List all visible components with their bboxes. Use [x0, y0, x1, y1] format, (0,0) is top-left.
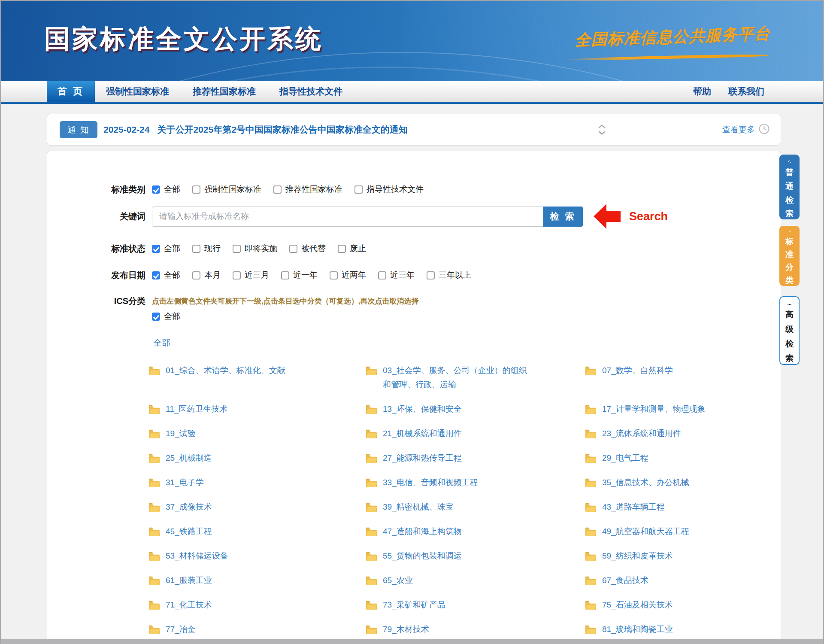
- ics-category-item[interactable]: 55_货物的包装和调运: [366, 549, 585, 563]
- ics-category-item[interactable]: 49_航空器和航天器工程: [585, 524, 768, 538]
- ics-category-item[interactable]: 19_试验: [148, 426, 366, 440]
- checkbox-option[interactable]: 全部: [152, 184, 180, 195]
- ics-category-item[interactable]: 31_电子学: [148, 475, 366, 489]
- ics-category-item[interactable]: 81_玻璃和陶瓷工业: [585, 622, 768, 636]
- ics-category-item[interactable]: 01_综合、术语学、标准化、文献: [148, 363, 366, 392]
- checkbox-option[interactable]: 全部: [152, 311, 180, 322]
- checkbox-option[interactable]: 本月: [192, 270, 221, 281]
- checkbox-option[interactable]: 废止: [338, 243, 366, 254]
- ics-category-item[interactable]: 39_精密机械、珠宝: [366, 500, 585, 514]
- ics-category-link[interactable]: 13_环保、保健和安全: [383, 402, 462, 416]
- ics-category-link[interactable]: 23_流体系统和通用件: [602, 426, 681, 440]
- ics-category-link[interactable]: 65_农业: [383, 573, 413, 587]
- ics-category-link[interactable]: 67_食品技术: [602, 573, 648, 587]
- checkbox-checked[interactable]: [152, 185, 160, 194]
- chevron-up-icon[interactable]: [598, 125, 606, 129]
- checkbox-unchecked[interactable]: [192, 271, 200, 279]
- checkbox-option[interactable]: 近三月: [233, 270, 269, 281]
- ics-category-item[interactable]: 11_医药卫生技术: [148, 402, 366, 416]
- ics-category-item[interactable]: 61_服装工业: [148, 573, 366, 587]
- checkbox-option[interactable]: 全部: [152, 243, 180, 254]
- checkbox-unchecked[interactable]: [378, 271, 386, 279]
- ics-category-link[interactable]: 71_化工技术: [166, 598, 212, 612]
- ics-category-link[interactable]: 31_电子学: [166, 475, 204, 489]
- nav-tab[interactable]: 首 页: [47, 81, 95, 102]
- ics-category-item[interactable]: 71_化工技术: [148, 598, 366, 612]
- ics-category-link[interactable]: 79_木材技术: [383, 622, 429, 636]
- ics-category-item[interactable]: 27_能源和热传导工程: [366, 451, 585, 465]
- ics-category-link[interactable]: 07_数学、自然科学: [602, 363, 673, 377]
- ics-category-item[interactable]: 77_冶金: [148, 622, 366, 636]
- view-more-link[interactable]: 查看更多: [722, 124, 755, 135]
- ics-category-link[interactable]: 25_机械制造: [166, 451, 212, 465]
- checkbox-option[interactable]: 被代替: [289, 243, 326, 254]
- checkbox-unchecked[interactable]: [233, 245, 241, 253]
- checkbox-unchecked[interactable]: [354, 185, 363, 194]
- nav-tab[interactable]: 强制性国家标准: [106, 85, 169, 97]
- chevron-down-icon[interactable]: [598, 131, 606, 135]
- ics-category-link[interactable]: 01_综合、术语学、标准化、文献: [166, 363, 285, 377]
- ics-category-link[interactable]: 11_医药卫生技术: [166, 402, 227, 416]
- ics-category-item[interactable]: 43_道路车辆工程: [585, 500, 768, 514]
- nav-tab[interactable]: 推荐性国家标准: [193, 85, 256, 97]
- ics-category-link[interactable]: 53_材料储运设备: [166, 549, 228, 563]
- ics-category-item[interactable]: 35_信息技术、办公机械: [585, 475, 768, 489]
- checkbox-option[interactable]: 强制性国家标准: [192, 184, 261, 195]
- ics-category-item[interactable]: 29_电气工程: [585, 451, 768, 465]
- ics-category-link[interactable]: 81_玻璃和陶瓷工业: [602, 622, 673, 636]
- ics-category-link[interactable]: 75_石油及相关技术: [602, 598, 673, 612]
- nav-link[interactable]: 帮助: [693, 85, 711, 97]
- side-tab-search[interactable]: 普通检索: [779, 155, 800, 219]
- ics-category-item[interactable]: 75_石油及相关技术: [585, 598, 768, 612]
- notice-link[interactable]: 2025-02-24 关于公开2025年第2号中国国家标准公告中国家标准全文的通…: [103, 114, 408, 145]
- ics-category-link[interactable]: 27_能源和热传导工程: [383, 451, 462, 465]
- ics-category-item[interactable]: 13_环保、保健和安全: [366, 402, 585, 416]
- ics-category-item[interactable]: 21_机械系统和通用件: [366, 426, 585, 440]
- checkbox-unchecked[interactable]: [427, 271, 435, 279]
- ics-category-link[interactable]: 03_社会学、服务、公司（企业）的组织和管理、行政、运输: [383, 363, 527, 392]
- ics-category-link[interactable]: 45_铁路工程: [166, 524, 212, 538]
- checkbox-option[interactable]: 指导性技术文件: [354, 184, 424, 195]
- ics-category-link[interactable]: 55_货物的包装和调运: [383, 549, 462, 563]
- checkbox-unchecked[interactable]: [192, 245, 200, 253]
- ics-category-link[interactable]: 43_道路车辆工程: [602, 500, 665, 514]
- ics-category-link[interactable]: 77_冶金: [166, 622, 196, 636]
- ics-category-link[interactable]: 17_计量学和测量、物理现象: [602, 402, 706, 416]
- checkbox-unchecked[interactable]: [273, 185, 282, 194]
- search-button[interactable]: 检 索: [543, 207, 583, 227]
- ics-category-link[interactable]: 29_电气工程: [602, 451, 648, 465]
- checkbox-option[interactable]: 现行: [192, 243, 221, 254]
- ics-category-link[interactable]: 21_机械系统和通用件: [383, 426, 462, 440]
- ics-category-item[interactable]: 65_农业: [366, 573, 585, 587]
- ics-category-link[interactable]: 61_服装工业: [166, 573, 212, 587]
- ics-category-link[interactable]: 47_造船和海上构筑物: [383, 524, 462, 538]
- ics-category-link[interactable]: 49_航空器和航天器工程: [602, 524, 689, 538]
- checkbox-unchecked[interactable]: [233, 271, 241, 279]
- keyword-input[interactable]: [152, 207, 543, 227]
- ics-category-item[interactable]: 17_计量学和测量、物理现象: [585, 402, 768, 416]
- ics-all-link[interactable]: 全部: [153, 337, 170, 349]
- ics-category-item[interactable]: 47_造船和海上构筑物: [366, 524, 585, 538]
- ics-category-link[interactable]: 33_电信、音频和视频工程: [383, 475, 478, 489]
- ics-category-link[interactable]: 37_成像技术: [166, 500, 212, 514]
- nav-link[interactable]: 联系我们: [728, 85, 764, 97]
- checkbox-unchecked[interactable]: [289, 245, 297, 253]
- ics-category-item[interactable]: 45_铁路工程: [148, 524, 366, 538]
- checkbox-option[interactable]: 近三年: [378, 270, 415, 281]
- ics-category-item[interactable]: 67_食品技术: [585, 573, 768, 587]
- ics-category-item[interactable]: 53_材料储运设备: [148, 549, 366, 563]
- checkbox-option[interactable]: 即将实施: [233, 243, 277, 254]
- checkbox-option[interactable]: 近一年: [281, 270, 318, 281]
- side-tab-list[interactable]: 标准分类: [779, 226, 800, 286]
- checkbox-option[interactable]: 近两年: [330, 270, 366, 281]
- ics-category-item[interactable]: 59_纺织和皮革技术: [585, 549, 768, 563]
- checkbox-option[interactable]: 三年以上: [427, 270, 471, 281]
- ics-category-item[interactable]: 73_采矿和矿产品: [366, 598, 585, 612]
- ics-category-link[interactable]: 35_信息技术、办公机械: [602, 475, 689, 489]
- ics-category-item[interactable]: 37_成像技术: [148, 500, 366, 514]
- checkbox-option[interactable]: 全部: [152, 270, 180, 281]
- checkbox-checked[interactable]: [152, 245, 160, 253]
- ics-category-item[interactable]: 03_社会学、服务、公司（企业）的组织和管理、行政、运输: [366, 363, 585, 392]
- ics-category-item[interactable]: 79_木材技术: [366, 622, 585, 636]
- ics-category-link[interactable]: 59_纺织和皮革技术: [602, 549, 673, 563]
